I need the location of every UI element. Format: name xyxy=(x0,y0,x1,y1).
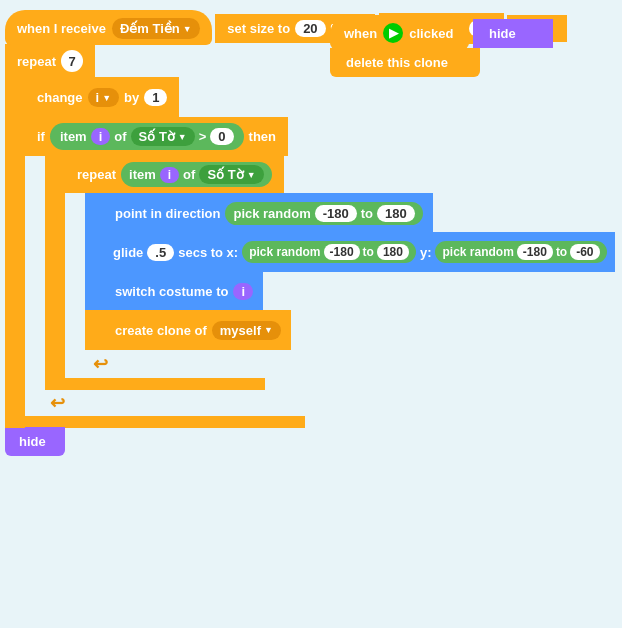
item-i-input[interactable]: i xyxy=(91,128,111,145)
size-value-input[interactable]: 20 xyxy=(295,20,325,37)
when-i-receive-block: when I receive Đếm Tiền ▼ xyxy=(5,10,212,45)
if-condition: item i of Số Tờ ▼ > 0 xyxy=(50,123,244,150)
green-flag-icon: ▶ xyxy=(383,23,403,43)
when-i-receive-label: when I receive xyxy=(17,21,106,36)
create-clone-block: create clone of myself ▼ xyxy=(105,310,291,350)
repeat-item-block: repeat item i of Số Tờ ▼ xyxy=(65,156,284,193)
point-direction-block: point in direction pick random -180 to 1… xyxy=(105,193,433,233)
repeat-bottom-arm xyxy=(65,378,265,390)
change-var-block: change i ▼ by 1 xyxy=(25,77,179,118)
when-clicked-hat: when ▶ clicked xyxy=(330,15,469,49)
repeat-curve-arrow: ↩ xyxy=(85,350,615,378)
list-dropdown[interactable]: Số Tờ ▼ xyxy=(131,127,195,146)
repeat-block-top: repeat 7 xyxy=(5,44,95,78)
if-curve-arrow: ↩ xyxy=(25,390,615,416)
repeat-i-var[interactable]: i xyxy=(160,167,179,183)
pick-random-y: pick random -180 to -60 xyxy=(435,241,606,263)
right-hide-block: hide xyxy=(473,19,553,48)
pick-from-input[interactable]: -180 xyxy=(315,205,357,222)
hide-final-block: hide xyxy=(5,427,65,456)
if-block-top: if item i of Số Tờ ▼ > 0 xyxy=(25,117,288,156)
receive-dropdown[interactable]: Đếm Tiền ▼ xyxy=(112,18,200,39)
glide-block: glide .5 secs to x: pick random -180 to xyxy=(105,232,615,272)
pick-random-x: pick random -180 to 180 xyxy=(242,241,416,263)
clone-dropdown[interactable]: myself ▼ xyxy=(212,321,281,340)
compare-value[interactable]: 0 xyxy=(210,128,233,145)
change-value-input[interactable]: 1 xyxy=(144,89,167,106)
glide-time-input[interactable]: .5 xyxy=(147,244,174,261)
pick-to-input[interactable]: 180 xyxy=(377,205,415,222)
switch-costume-block: switch costume to i xyxy=(105,271,263,311)
repeat-value[interactable]: 7 xyxy=(61,50,83,72)
pick-random-direction: pick random -180 to 180 xyxy=(225,202,422,225)
costume-var[interactable]: i xyxy=(233,283,253,300)
dropdown-arrow: ▼ xyxy=(183,24,192,34)
if-bottom-arm xyxy=(25,416,305,428)
repeat-item-input: item i of Số Tờ ▼ xyxy=(121,162,272,187)
repeat-list-dropdown[interactable]: Số Tờ ▼ xyxy=(199,165,263,184)
delete-clone-block: delete this clone xyxy=(330,48,480,77)
change-var-dropdown[interactable]: i ▼ xyxy=(88,88,120,107)
